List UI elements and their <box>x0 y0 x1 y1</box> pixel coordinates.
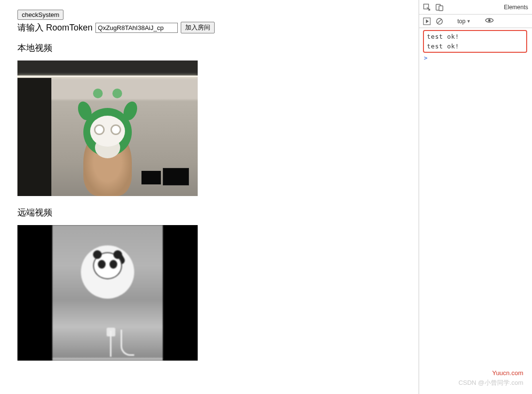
console-output[interactable]: test ok! test ok! > <box>419 28 532 394</box>
watermark-site: Yuucn.com <box>492 369 523 377</box>
check-system-button[interactable]: checkSystem <box>17 10 63 20</box>
local-video-player[interactable] <box>17 61 198 196</box>
console-prompt[interactable]: > <box>419 54 532 62</box>
console-log-line: test ok! <box>427 42 523 51</box>
page-main: checkSystem 请输入 RoomToken 加入房间 本地视频 <box>0 0 419 394</box>
device-toggle-icon[interactable] <box>436 3 443 11</box>
console-log-line: test ok! <box>427 32 523 42</box>
inspect-icon[interactable] <box>423 3 431 11</box>
clear-icon[interactable] <box>436 17 443 25</box>
local-video-frame <box>17 61 198 196</box>
remote-video-heading: 远端视频 <box>17 207 401 218</box>
play-icon[interactable] <box>423 17 431 25</box>
devtools-tabbar: Elements <box>419 0 532 15</box>
remote-video-player[interactable] <box>17 225 198 361</box>
tab-elements[interactable]: Elements <box>504 4 528 11</box>
devtools-panel: Elements top ▼ test ok! test ok! <box>419 0 532 394</box>
remote-video-frame <box>52 225 163 361</box>
watermark-author: CSDN @小曾同学.com <box>458 379 523 387</box>
svg-point-6 <box>488 19 490 22</box>
svg-rect-2 <box>439 6 443 11</box>
context-selector[interactable]: top ▼ <box>457 18 471 25</box>
context-selector-label: top <box>457 18 466 25</box>
room-token-input[interactable] <box>95 23 178 33</box>
local-video-heading: 本地视频 <box>17 42 401 54</box>
dropdown-triangle-icon: ▼ <box>467 19 471 24</box>
eye-icon[interactable] <box>485 16 494 26</box>
console-toolbar: top ▼ <box>419 15 532 28</box>
console-highlight: test ok! test ok! <box>423 30 527 53</box>
join-room-button[interactable]: 加入房间 <box>181 22 215 33</box>
room-token-label: 请输入 RoomToken <box>17 22 93 33</box>
svg-line-5 <box>438 19 441 23</box>
